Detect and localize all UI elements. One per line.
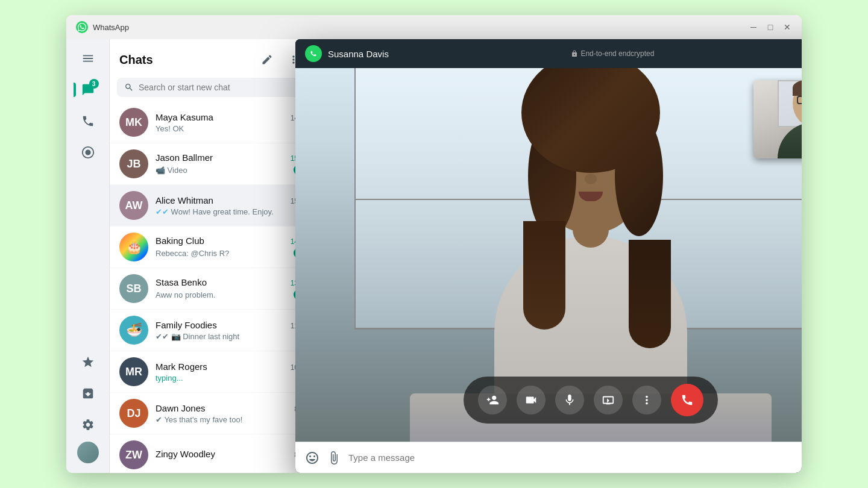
chat-preview: 📹 Video (156, 166, 289, 175)
chat-name: Family Foodies (156, 320, 217, 330)
app-logo (76, 21, 88, 33)
chat-info-family: Family Foodies 11:2 ✔✔ 📷 Dinner last nig… (156, 320, 304, 341)
icon-sidebar: 3 (66, 39, 110, 473)
chat-name: Baking Club (156, 236, 204, 246)
chat-info-zingy: Zingy Woodley 8:1 (156, 449, 304, 461)
chats-header: Chats (110, 39, 314, 75)
avatar-maya-kasuma: MK (119, 108, 148, 137)
chat-info-jason: Jason Ballmer 15:2 📹 Video 5 (156, 152, 304, 175)
search-container (110, 75, 314, 102)
avatar-family-foodies: 🍜 (119, 316, 148, 345)
encryption-text: End-to-end endcrypted (580, 49, 654, 58)
call-controls (464, 377, 718, 424)
sidebar-bottom (74, 348, 102, 468)
camera-toggle-button[interactable] (517, 386, 546, 414)
chat-item-zingy-woodley[interactable]: ZW Zingy Woodley 8:1 (110, 434, 314, 473)
sidebar-item-archive[interactable] (74, 379, 102, 408)
chat-name: Dawn Jones (156, 403, 206, 413)
chat-preview-typing: typing... (156, 374, 304, 383)
chat-item-alice-whitman[interactable]: AW Alice Whitman 15:1 ✔✔ Wow! Have great… (110, 185, 314, 227)
chat-preview: Yes! OK (156, 124, 304, 133)
add-person-button[interactable] (478, 386, 507, 414)
screen-share-button[interactable] (594, 386, 623, 414)
end-call-button[interactable] (671, 384, 703, 416)
chats-badge: 3 (89, 79, 99, 89)
avatar-jason-ballmer: JB (119, 149, 148, 178)
sidebar-top: 3 (74, 44, 102, 348)
search-input[interactable] (139, 83, 300, 92)
chat-item-dawn-jones[interactable]: DJ Dawn Jones 8:3 ✔ Yes that's my fave t… (110, 393, 314, 434)
attachment-button[interactable] (327, 451, 341, 465)
sidebar-item-starred[interactable] (74, 348, 102, 377)
emoji-button[interactable] (305, 451, 319, 465)
chat-info-baking: Baking Club 14:4 Rebecca: @Chris R? 1 (156, 236, 304, 258)
chat-item-baking-club[interactable]: 🎂 Baking Club 14:4 Rebecca: @Chris R? 1 (110, 227, 314, 268)
chat-info-stasa: Stasa Benko 13:5 Aww no problem. 2 (156, 277, 304, 300)
avatar-baking-club: 🎂 (119, 233, 148, 261)
sidebar-item-calls[interactable] (74, 107, 102, 136)
chat-preview: ✔ Yes that's my fave too! (156, 415, 304, 424)
close-button[interactable]: ✕ (782, 22, 792, 32)
avatar-mark-rogers: MR (119, 357, 148, 386)
chat-name: Stasa Benko (156, 277, 207, 287)
avatar-alice-whitman: AW (119, 191, 148, 220)
sidebar-user-avatar[interactable] (77, 442, 99, 463)
chat-input-bar (295, 442, 802, 473)
chat-info-dawn: Dawn Jones 8:3 ✔ Yes that's my fave too! (156, 403, 304, 424)
chat-preview: ✔✔ 📷 Dinner last night (156, 332, 304, 341)
chat-info-maya: Maya Kasuma 14:5 Yes! OK (156, 112, 304, 133)
video-contact-name: Susanna Davis (328, 49, 389, 59)
microphone-toggle-button[interactable] (555, 386, 584, 414)
chat-info-alice: Alice Whitman 15:1 ✔✔ Wow! Have great ti… (156, 195, 304, 216)
more-options-button[interactable] (632, 386, 661, 414)
sidebar-item-chats[interactable]: 3 (74, 75, 102, 104)
search-bar (117, 78, 307, 97)
video-whatsapp-logo (305, 45, 322, 62)
chats-title: Chats (119, 53, 153, 67)
maximize-button[interactable]: □ (766, 22, 775, 32)
title-bar-controls: ─ □ ✕ (749, 22, 792, 32)
chat-preview: Aww no problem. (156, 290, 289, 299)
sidebar-item-settings[interactable] (74, 410, 102, 439)
avatar-dawn-jones: DJ (119, 399, 148, 428)
video-titlebar-left: Susanna Davis (305, 45, 389, 62)
chat-preview: ✔✔ Wow! Have great time. Enjoy. (156, 207, 304, 216)
chat-item-stasa-benko[interactable]: SB Stasa Benko 13:5 Aww no problem. 2 (110, 268, 314, 310)
chat-preview: Rebecca: @Chris R? (156, 249, 289, 258)
video-call-window: Susanna Davis End-to-end endcrypted ─ □ … (295, 39, 802, 473)
chat-name: Mark Rogers (156, 361, 207, 372)
chat-name: Zingy Woodley (156, 449, 215, 459)
search-icon (124, 83, 134, 92)
chat-name: Jason Ballmer (156, 152, 213, 163)
video-titlebar: Susanna Davis End-to-end endcrypted ─ □ … (295, 39, 802, 68)
video-main-area (295, 68, 802, 442)
avatar-stasa-benko: SB (119, 274, 148, 303)
minimize-button[interactable]: ─ (749, 22, 758, 32)
chat-name: Alice Whitman (156, 195, 213, 205)
chats-panel: Chats (110, 39, 315, 473)
chat-list: MK Maya Kasuma 14:5 Yes! OK (110, 102, 314, 473)
app-title: WhatsApp (93, 23, 129, 32)
svg-point-1 (86, 150, 90, 154)
chat-item-maya-kasuma[interactable]: MK Maya Kasuma 14:5 Yes! OK (110, 102, 314, 143)
new-chat-button[interactable] (256, 49, 278, 70)
title-bar-left: WhatsApp (76, 21, 129, 33)
title-bar: WhatsApp ─ □ ✕ (66, 15, 802, 39)
avatar-zingy-woodley: ZW (119, 440, 148, 469)
sidebar-item-menu[interactable] (74, 44, 102, 73)
app-window: WhatsApp ─ □ ✕ (66, 15, 802, 473)
message-input[interactable] (348, 452, 802, 463)
video-encryption-label: End-to-end endcrypted (571, 49, 654, 58)
chat-item-jason-ballmer[interactable]: JB Jason Ballmer 15:2 📹 Video 5 (110, 143, 314, 185)
sidebar-item-status[interactable] (74, 138, 102, 167)
chat-name: Maya Kasuma (156, 112, 213, 122)
chat-info-mark: Mark Rogers 10:5 typing... (156, 361, 304, 383)
chat-item-mark-rogers[interactable]: MR Mark Rogers 10:5 typing... (110, 351, 314, 393)
chat-item-family-foodies[interactable]: 🍜 Family Foodies 11:2 ✔✔ 📷 Dinner last n… (110, 310, 314, 351)
self-view-thumbnail (753, 80, 802, 158)
